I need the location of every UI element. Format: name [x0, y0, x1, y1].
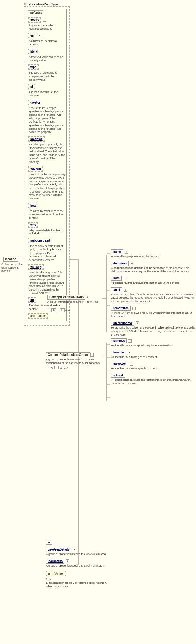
prop-modified-label[interactable]: modified: [28, 136, 45, 142]
bottom-prop-poidetails-desc: A group of properties specific to a poin…: [46, 564, 111, 568]
concept-rel-cardinality: — ⊕ — ☐ 0..∞: [46, 366, 101, 369]
concept-def-card-text: 0..∞: [65, 309, 70, 312]
prop-creator-desc: If the attribute is empty, specifies whi…: [29, 107, 65, 134]
right-prop-definition-desc: A natural language definition of the sem…: [111, 267, 196, 273]
bottom-prop-geoareadetails: geoAreaDetails + A group of properties s…: [46, 547, 111, 556]
bottom-any-other: any ##other 0..∞ Extension point for pro…: [46, 570, 111, 588]
prop-uri: uri + A URI which identifies a concept.: [28, 32, 65, 46]
right-prop-note: note + Additional natural language infor…: [111, 276, 196, 285]
bottom-prop-geoareadetails-label[interactable]: geoAreaDetails: [46, 547, 71, 552]
right-prop-name-label[interactable]: name: [111, 249, 123, 254]
bottom-prop-geoareadetails-desc: A group of properties specific to a geop…: [46, 553, 111, 556]
prop-xmllang: xmllang Specifies the language of this p…: [28, 263, 65, 295]
prop-type-desc: The type of the concept assigned as cont…: [29, 71, 65, 82]
right-prop-narrower: narrower + An identifier of a more speci…: [111, 361, 196, 370]
rel-right-props-container: sameAs + An identifier of a concept with…: [111, 338, 196, 388]
right-prop-broader-label[interactable]: broader: [111, 350, 126, 355]
prop-custom-desc: If set to true the corresponding propert…: [29, 173, 65, 201]
prop-custom-label[interactable]: custom: [28, 166, 43, 172]
right-prop-broader: broader + An identifier of a more generi…: [111, 350, 196, 359]
any-other-prop: any ##other: [28, 312, 65, 320]
bottom-section: ◆ geoAreaDetails + A group of properties…: [46, 540, 111, 591]
prop-how-desc: Indicates by which means the value was e…: [29, 210, 65, 220]
attributes-box: attributes qcode + A qualified code whic…: [27, 9, 67, 321]
right-prop-narrower-label[interactable]: narrower: [111, 361, 128, 366]
bottom-any-other-label: any ##other: [46, 571, 66, 576]
prop-uri-desc: A URI which identifies a concept.: [29, 39, 65, 46]
right-prop-name-icon: +: [125, 250, 128, 254]
right-prop-related-desc: A related concept, where the relationshi…: [111, 378, 196, 385]
right-prop-narrower-desc: An identifier of a more specific concept…: [111, 367, 196, 370]
prop-id: id The local identifier of the property.: [28, 83, 65, 97]
location-desc: A place where the organisation is locate…: [1, 263, 24, 273]
right-prop-related-label[interactable]: related: [111, 373, 125, 378]
concept-rel-card-text: 0..∞: [64, 366, 68, 369]
prop-xmllang-desc: Specifies the language of this property …: [29, 271, 65, 295]
prop-pubconstraint-label[interactable]: pubconstraint: [28, 238, 52, 243]
concept-def-label[interactable]: ConceptDefinitionGroup: [47, 295, 85, 300]
right-prop-narrower-icon: +: [130, 362, 133, 366]
right-prop-definition-icon: +: [130, 262, 133, 265]
prop-creator-label[interactable]: creator: [28, 100, 42, 105]
right-prop-broader-icon: +: [128, 351, 131, 354]
prop-how-label[interactable]: how: [28, 203, 38, 208]
right-prop-remoteinfo-icon: +: [132, 307, 136, 310]
prop-custom: custom If set to true the corresponding …: [28, 165, 65, 201]
concept-rel-label[interactable]: ConceptRelationshipsGroup: [46, 352, 90, 357]
right-prop-sameas-icon: +: [128, 339, 131, 343]
prop-uri-label[interactable]: uri: [28, 33, 36, 38]
location-label[interactable]: location: [3, 257, 18, 262]
right-props-container: name + A natural language name for the c…: [111, 249, 196, 339]
concept-def-cardinality: — ⊕ — ☐ 0..∞: [47, 308, 99, 312]
bottom-prop-poidetails-icon: +: [66, 559, 69, 563]
prop-why-desc: Why the metadata has been included.: [29, 229, 65, 236]
bottom-any-other-card: 0..∞: [46, 578, 111, 581]
concept-def-icon: +: [86, 296, 89, 299]
right-prop-note-desc: Additional natural language information …: [111, 281, 196, 285]
right-prop-facet-label[interactable]: facet: [111, 287, 122, 292]
prop-qcode-icon: +: [43, 18, 46, 22]
right-prop-facet-icon: +: [124, 288, 127, 292]
page-title: FlexLocationPropType: [24, 2, 59, 6]
prop-why-label[interactable]: why: [28, 222, 38, 228]
prop-type: type The type of the concept assigned as…: [28, 64, 65, 82]
prop-type-label[interactable]: type: [28, 64, 39, 70]
right-prop-remoteinfo-label[interactable]: remoteInfo: [111, 306, 131, 311]
right-prop-remoteinfo-desc: A link to an item or a web resource whic…: [111, 311, 196, 318]
right-prop-note-label[interactable]: note: [111, 276, 122, 281]
bottom-prop-poidetails-label[interactable]: POIDetails: [46, 559, 64, 564]
concept-rel-group: ConceptRelationshipsGroup + A group of p…: [46, 352, 101, 369]
right-prop-note-icon: +: [123, 277, 126, 280]
right-prop-related: related + A related concept, where the r…: [111, 373, 196, 385]
attributes-container: attributes qcode + A qualified code whic…: [24, 6, 70, 326]
prop-uri-icon: +: [38, 34, 41, 37]
prop-xmllang-label[interactable]: xmllang: [28, 264, 44, 270]
bottom-prop-poidetails: POIDetails + A group of properties speci…: [46, 559, 111, 568]
right-prop-name: name + A natural language name for the c…: [111, 249, 196, 258]
prop-id-desc: The local identifier of the property.: [29, 91, 65, 97]
right-prop-definition-label[interactable]: definition: [111, 261, 129, 266]
any-other-label: any ##other: [28, 313, 48, 319]
prop-id-label[interactable]: id: [28, 84, 35, 89]
prop-qcode-label[interactable]: qcode: [28, 17, 41, 23]
right-prop-hierarchyinfo-label[interactable]: hierarchyInfo: [111, 321, 134, 326]
attributes-label: attributes: [28, 10, 43, 15]
prop-creator: creator If the attribute is empty, speci…: [28, 99, 65, 134]
prop-qcode: qcode + A qualified code which identifie…: [28, 16, 65, 31]
prop-pubconstraint-desc: One of many constraints that apply to pu…: [29, 245, 65, 262]
concept-rel-desc: A group of properties required to indica…: [46, 358, 101, 365]
prop-modified: modified The date (and, optionally, the …: [28, 135, 65, 164]
right-prop-hierarchyinfo-desc: Represents the position of a concept in …: [111, 326, 196, 337]
prop-literal-label[interactable]: literal: [28, 49, 40, 54]
prop-literal-desc: A free-text value assigned as property v…: [29, 55, 65, 62]
right-prop-definition: definition + A natural language definiti…: [111, 261, 196, 273]
concept-rel-icon: +: [90, 353, 94, 357]
prop-pubconstraint: pubconstraint One of many constraints th…: [28, 237, 65, 262]
main-container: FlexLocationPropType attributes qcode + …: [0, 0, 196, 644]
right-prop-facet-desc: In NAR 1.8 and later, facet is deprecate…: [111, 293, 196, 303]
bottom-prop-geoareadetails-icon: +: [73, 548, 76, 551]
right-prop-sameas-label[interactable]: sameAs: [111, 338, 127, 343]
prop-how: how Indicates by which means the value w…: [28, 202, 65, 220]
location-box: location + A place where the organisatio…: [1, 257, 24, 273]
prop-dir-label[interactable]: dir: [28, 297, 36, 303]
